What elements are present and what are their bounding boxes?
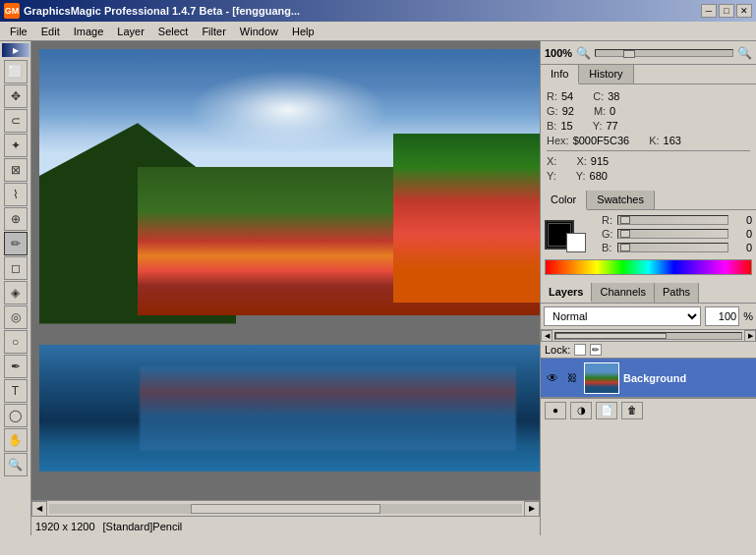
layer-mask-button[interactable]: ◑ [570, 402, 592, 419]
lock-transparency-checkbox[interactable] [574, 344, 586, 356]
tab-layers[interactable]: Layers [541, 283, 592, 303]
blend-mode-select[interactable]: Normal [544, 306, 701, 326]
info-row-xy: X: X: 915 [547, 155, 750, 167]
b-slider-label: B: [602, 242, 613, 253]
r-slider-thumb[interactable] [620, 216, 630, 224]
canvas-hscroll[interactable]: ◀ ▶ [31, 500, 540, 516]
menu-file[interactable]: File [4, 24, 33, 39]
hex-value: $000F5C36 [573, 135, 630, 146]
tool-crop[interactable]: ⊠ [4, 158, 28, 182]
tool-lasso[interactable]: ⊂ [4, 109, 28, 133]
menu-edit[interactable]: Edit [35, 24, 66, 39]
tool-pen[interactable]: ✒ [4, 355, 28, 378]
r-slider-value: 0 [732, 214, 752, 226]
zoom-in-icon[interactable]: 🔍 [576, 46, 591, 60]
tool-dodge[interactable]: ○ [4, 330, 28, 354]
info-panel: R: 54 C: 38 G: 92 M: 0 [541, 84, 756, 191]
lock-label: Lock: [545, 344, 570, 356]
color-spectrum[interactable] [545, 259, 752, 275]
layer-fx-button[interactable]: ● [545, 402, 566, 419]
g-slider[interactable] [617, 229, 728, 239]
tool-zoom[interactable]: 🔍 [4, 453, 28, 476]
layers-scroll-left[interactable]: ◀ [541, 330, 552, 342]
color-preview-row: R: 0 G: 0 B: [545, 214, 752, 255]
canvas-image[interactable] [39, 49, 540, 472]
b-slider[interactable] [617, 243, 728, 252]
hscroll-track[interactable] [49, 504, 522, 514]
tool-move[interactable]: ✥ [4, 84, 28, 108]
right-panel: 100% 🔍 🔍 Info History R: 54 C: 38 [540, 41, 756, 535]
tab-channels[interactable]: Channels [592, 283, 654, 303]
left-toolbar: ▶ ⬜ ✥ ⊂ ✦ ⊠ ⌇ ⊕ ✏ ◻ ◈ ◎ ○ ✒ T ◯ ✋ 🔍 [0, 41, 31, 535]
info-row-b-y: B: 15 Y: 77 [547, 120, 750, 132]
tab-color[interactable]: Color [541, 191, 587, 210]
tab-info[interactable]: Info [541, 65, 579, 84]
x-label: X: [547, 155, 556, 167]
g-slider-label: G: [602, 228, 613, 240]
blend-mode-row: Normal % [541, 304, 756, 330]
menu-layer[interactable]: Layer [111, 24, 150, 39]
hex-label: Hex: [547, 135, 569, 146]
close-button[interactable]: ✕ [736, 4, 752, 18]
layers-footer: ● ◑ 📄 🗑 [541, 398, 756, 421]
zoom-slider-thumb[interactable] [623, 50, 635, 58]
info-row-y-coord: Y: Y: 680 [547, 170, 750, 182]
tool-shape[interactable]: ◯ [4, 404, 28, 427]
tool-rectangle-select[interactable]: ⬜ [4, 60, 28, 83]
menu-window[interactable]: Window [234, 24, 284, 39]
y-value: 77 [606, 120, 617, 132]
r-label: R: [547, 90, 557, 102]
info-divider [547, 150, 750, 151]
menu-image[interactable]: Image [68, 24, 110, 39]
layer-visibility-icon[interactable]: 👁 [545, 370, 560, 386]
tool-eraser[interactable]: ◻ [4, 256, 28, 280]
hscroll-thumb[interactable] [191, 504, 379, 514]
layer-delete-button[interactable]: 🗑 [621, 402, 643, 419]
tab-history[interactable]: History [579, 65, 633, 83]
layers-scrollbar[interactable]: ◀ ▶ [541, 330, 756, 342]
layer-new-button[interactable]: 📄 [596, 402, 617, 419]
g-slider-thumb[interactable] [620, 230, 630, 238]
status-bar: 1920 x 1200 [Standard]Pencil [31, 516, 540, 535]
tool-eyedropper[interactable]: ⌇ [4, 183, 28, 206]
tool-hand[interactable]: ✋ [4, 428, 28, 452]
maximize-button[interactable]: □ [719, 4, 734, 18]
tab-paths[interactable]: Paths [655, 283, 699, 303]
tool-healing[interactable]: ⊕ [4, 207, 28, 231]
menu-filter[interactable]: Filter [196, 24, 231, 39]
zoom-out-icon[interactable]: 🔍 [737, 46, 752, 60]
zoom-value: 100% [545, 47, 572, 59]
opacity-input[interactable] [705, 306, 739, 326]
trees-right-layer [393, 134, 540, 303]
menu-bar: File Edit Image Layer Select Filter Wind… [0, 22, 756, 41]
b-slider-value: 0 [732, 242, 752, 253]
canvas-wrapper[interactable] [31, 41, 540, 500]
scroll-left-button[interactable]: ◀ [31, 501, 47, 517]
tool-blur[interactable]: ◎ [4, 305, 28, 329]
b-slider-thumb[interactable] [620, 244, 630, 251]
minimize-button[interactable]: ─ [701, 4, 717, 18]
background-color-swatch[interactable] [566, 233, 586, 252]
lock-paint-checkbox[interactable]: ✏ [590, 344, 602, 356]
title-bar-buttons[interactable]: ─ □ ✕ [701, 4, 752, 18]
water-reflection-layer [140, 366, 516, 451]
menu-select[interactable]: Select [152, 24, 195, 39]
layers-scroll-track[interactable] [554, 332, 742, 340]
tool-magic-wand[interactable]: ✦ [4, 134, 28, 157]
image-dimensions: 1920 x 1200 [35, 521, 95, 532]
r-slider[interactable] [617, 215, 728, 225]
tool-pencil[interactable]: ✏ [4, 232, 28, 255]
menu-help[interactable]: Help [286, 24, 320, 39]
tool-paint-bucket[interactable]: ◈ [4, 281, 28, 305]
tool-name-status: [Standard]Pencil [103, 521, 183, 532]
zoom-slider[interactable] [595, 49, 733, 57]
scroll-right-button[interactable]: ▶ [524, 501, 540, 517]
x-coord-label: X: [576, 155, 586, 167]
tab-swatches[interactable]: Swatches [587, 191, 655, 209]
layer-chain-icon[interactable]: ⛓ [564, 370, 580, 386]
layers-scroll-thumb[interactable] [555, 333, 667, 339]
layers-scroll-right[interactable]: ▶ [744, 330, 756, 342]
clouds-layer [190, 71, 386, 149]
layer-row-background[interactable]: 👁 ⛓ Background [541, 359, 756, 398]
tool-text[interactable]: T [4, 379, 28, 403]
